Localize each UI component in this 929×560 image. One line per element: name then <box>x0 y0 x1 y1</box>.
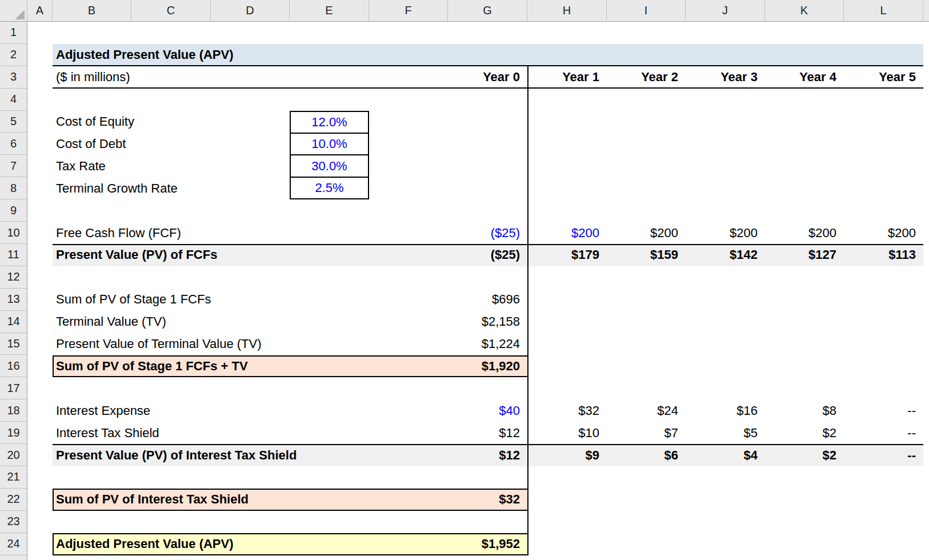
year1-header[interactable]: Year 1 <box>527 66 607 89</box>
row-header-column: 1 2 3 4 5 6 7 8 9 10 11 12 13 14 15 16 1… <box>0 22 27 560</box>
column-header-b[interactable]: B <box>53 0 131 21</box>
row-header-5[interactable]: 5 <box>0 111 27 133</box>
interest-tax-shield-year5-value[interactable]: -- <box>844 422 923 444</box>
interest-expense-year5-value[interactable]: -- <box>844 399 923 422</box>
sum-pv-stage1-value[interactable]: $696 <box>448 289 527 311</box>
pv-its-year5-value[interactable]: -- <box>844 444 923 466</box>
pv-fcf-label[interactable]: Present Value (PV) of FCFs <box>53 244 418 266</box>
sum-pv-stage1-tv-label[interactable]: Sum of PV of Stage 1 FCFs + TV <box>53 355 418 378</box>
apv-label[interactable]: Adjusted Present Value (APV) <box>53 533 418 555</box>
pv-terminal-value-label[interactable]: Present Value of Terminal Value (TV) <box>53 333 418 355</box>
interest-tax-shield-year2-value[interactable]: $7 <box>607 422 686 444</box>
pv-fcf-year2-value[interactable]: $159 <box>607 244 686 266</box>
subtitle[interactable]: ($ in millions) <box>53 66 418 89</box>
apv-value[interactable]: $1,952 <box>448 533 527 555</box>
pv-fcf-year4-value[interactable]: $127 <box>765 244 844 266</box>
interest-expense-year4-value[interactable]: $8 <box>765 399 844 422</box>
cost-of-equity-input[interactable]: 12.0% <box>291 112 368 133</box>
row-header-17[interactable]: 17 <box>0 377 27 399</box>
interest-expense-label[interactable]: Interest Expense <box>53 399 418 422</box>
year0-divider-line <box>527 66 528 555</box>
column-header-f[interactable]: F <box>369 0 448 21</box>
pv-terminal-value-value[interactable]: $1,224 <box>448 333 527 355</box>
terminal-value-label[interactable]: Terminal Value (TV) <box>53 311 418 333</box>
row-header-16[interactable]: 16 <box>0 355 27 378</box>
fcf-year3-value[interactable]: $200 <box>686 222 765 244</box>
terminal-value-value[interactable]: $2,158 <box>448 311 527 333</box>
interest-expense-year3-value[interactable]: $16 <box>686 399 765 422</box>
column-header-e[interactable]: E <box>290 0 369 21</box>
year2-header[interactable]: Year 2 <box>607 66 686 89</box>
interest-expense-year2-value[interactable]: $24 <box>607 399 686 422</box>
fcf-year4-value[interactable]: $200 <box>765 222 844 244</box>
fcf-year0-value[interactable]: ($25) <box>448 222 527 244</box>
row-header-14[interactable]: 14 <box>0 311 27 333</box>
column-header-g[interactable]: G <box>448 0 527 21</box>
interest-tax-shield-year1-value[interactable]: $10 <box>527 422 607 444</box>
column-header-row: A B C D E F G H I J K L <box>0 0 929 22</box>
pv-fcf-year5-value[interactable]: $113 <box>844 244 923 266</box>
interest-tax-shield-year4-value[interactable]: $2 <box>765 422 844 444</box>
column-header-h[interactable]: H <box>527 0 607 21</box>
fcf-year1-value[interactable]: $200 <box>527 222 607 244</box>
pv-fcf-year1-value[interactable]: $179 <box>527 244 607 266</box>
fcf-year5-value[interactable]: $200 <box>844 222 923 244</box>
interest-tax-shield-year0-value[interactable]: $12 <box>448 422 527 444</box>
row-header-15[interactable]: 15 <box>0 333 27 355</box>
row-header-8[interactable]: 8 <box>0 177 27 199</box>
fcf-label[interactable]: Free Cash Flow (FCF) <box>53 222 418 244</box>
row-header-21[interactable]: 21 <box>0 466 27 489</box>
pv-its-year4-value[interactable]: $2 <box>765 444 844 466</box>
column-header-a[interactable]: A <box>27 0 53 21</box>
sum-pv-stage1-label[interactable]: Sum of PV of Stage 1 FCFs <box>53 289 418 311</box>
pv-its-year3-value[interactable]: $4 <box>686 444 765 466</box>
row-header-20[interactable]: 20 <box>0 444 27 466</box>
sheet-title[interactable]: Adjusted Present Value (APV) <box>53 44 923 66</box>
column-header-c[interactable]: C <box>131 0 211 21</box>
fcf-year2-value[interactable]: $200 <box>607 222 686 244</box>
interest-expense-year1-value[interactable]: $32 <box>527 399 607 422</box>
interest-tax-shield-label[interactable]: Interest Tax Shield <box>53 422 418 444</box>
row-header-10[interactable]: 10 <box>0 222 27 244</box>
row-header-23[interactable]: 23 <box>0 511 27 533</box>
row-header-19[interactable]: 19 <box>0 422 27 444</box>
row-header-18[interactable]: 18 <box>0 399 27 422</box>
pv-its-year0-value[interactable]: $12 <box>448 444 527 466</box>
row-header-11[interactable]: 11 <box>0 244 27 266</box>
year4-header[interactable]: Year 4 <box>765 66 844 89</box>
row-header-7[interactable]: 7 <box>0 155 27 177</box>
pv-fcf-year3-value[interactable]: $142 <box>686 244 765 266</box>
tax-rate-input[interactable]: 30.0% <box>291 154 368 176</box>
row-header-1[interactable]: 1 <box>0 22 27 44</box>
select-all-triangle-icon <box>15 10 25 19</box>
column-header-d[interactable]: D <box>211 0 290 21</box>
column-header-l[interactable]: L <box>844 0 923 21</box>
row-header-3[interactable]: 3 <box>0 66 27 89</box>
row-header-2[interactable]: 2 <box>0 44 27 66</box>
row-header-12[interactable]: 12 <box>0 266 27 289</box>
pv-its-year2-value[interactable]: $6 <box>607 444 686 466</box>
pv-its-label[interactable]: Present Value (PV) of Interest Tax Shiel… <box>53 444 418 466</box>
pv-its-year1-value[interactable]: $9 <box>527 444 607 466</box>
row-header-13[interactable]: 13 <box>0 289 27 311</box>
cost-of-debt-input[interactable]: 10.0% <box>291 133 368 154</box>
select-all-button[interactable] <box>0 0 27 21</box>
row-header-24[interactable]: 24 <box>0 533 27 555</box>
terminal-growth-rate-input[interactable]: 2.5% <box>291 177 368 198</box>
year0-header[interactable]: Year 0 <box>448 66 527 89</box>
row-header-9[interactable]: 9 <box>0 199 27 222</box>
row-header-4[interactable]: 4 <box>0 89 27 111</box>
column-header-j[interactable]: J <box>686 0 765 21</box>
column-header-k[interactable]: K <box>765 0 844 21</box>
interest-expense-year0-value[interactable]: $40 <box>448 399 527 422</box>
year5-header[interactable]: Year 5 <box>844 66 923 89</box>
interest-tax-shield-year3-value[interactable]: $5 <box>686 422 765 444</box>
column-header-i[interactable]: I <box>607 0 686 21</box>
sum-pv-its-label[interactable]: Sum of PV of Interest Tax Shield <box>53 489 418 511</box>
row-header-6[interactable]: 6 <box>0 133 27 155</box>
sum-pv-its-value[interactable]: $32 <box>448 489 527 511</box>
year3-header[interactable]: Year 3 <box>686 66 765 89</box>
sum-pv-stage1-tv-value[interactable]: $1,920 <box>448 355 527 378</box>
row-header-22[interactable]: 22 <box>0 489 27 511</box>
pv-fcf-year0-value[interactable]: ($25) <box>448 244 527 266</box>
